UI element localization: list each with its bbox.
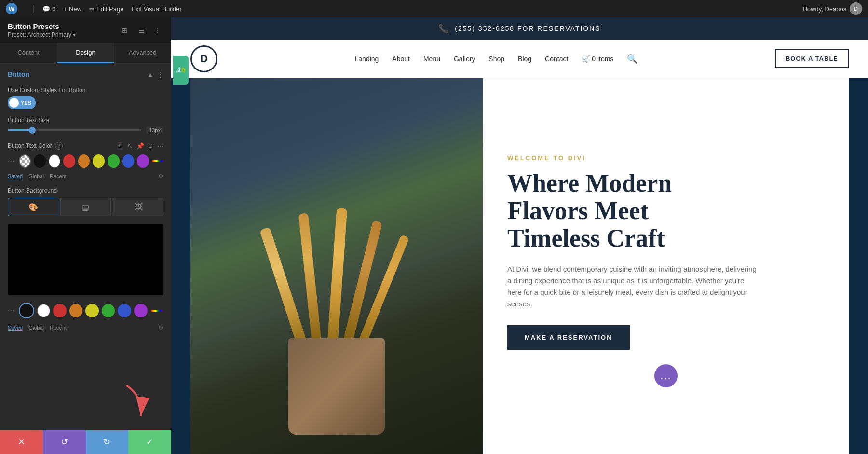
color-swatches-row-2: ···: [0, 299, 171, 322]
nav-blog[interactable]: Blog: [518, 55, 531, 63]
save-button[interactable]: ✓: [128, 430, 171, 454]
comments-icon[interactable]: 💬 0: [42, 5, 55, 13]
exit-builder-button[interactable]: Exit Visual Builder: [131, 5, 182, 13]
swatch-black[interactable]: [34, 154, 46, 168]
color-toolbar: 📱 ↖ 📌 ↺ ⋯: [116, 142, 163, 150]
three-dots-button[interactable]: ...: [654, 364, 678, 387]
three-dots-container: ...: [507, 364, 825, 387]
section-header-icons: ▲ ⋮: [147, 71, 163, 78]
panel-tabs: Content Design Advanced: [0, 43, 171, 64]
plus-icon: +: [63, 5, 67, 13]
mobile-icon[interactable]: 📱: [116, 142, 123, 150]
bg-color-btn[interactable]: 🎨: [8, 198, 58, 216]
hero-content-side: WELCOME TO DIVI Where Modern Flavors Mee…: [483, 78, 849, 454]
pen-gradient-icon: [152, 160, 163, 162]
text-size-label: Button Text Size: [8, 117, 163, 124]
custom-styles-toggle[interactable]: YES: [8, 96, 36, 109]
swatch-blue[interactable]: [122, 154, 135, 168]
resize-icon[interactable]: ⊞: [119, 25, 131, 36]
redo-button[interactable]: ↻: [86, 430, 129, 454]
color-tab-recent-2[interactable]: Recent: [50, 325, 67, 330]
swatch-white[interactable]: [49, 154, 60, 168]
collapse-icon[interactable]: ▲: [147, 71, 153, 78]
bottom-bar: ✕ ↺ ↻ ✓: [0, 430, 171, 454]
color-tab-global[interactable]: Global: [28, 173, 44, 179]
more-options-icon[interactable]: ⋮: [152, 25, 163, 36]
hero-heading: Where Modern Flavors Meet Timeless Craft: [507, 169, 825, 252]
left-panel: Button Presets Preset: Architect Primary…: [0, 17, 171, 454]
bag-wrapper: [284, 271, 390, 435]
color-tab-global-2[interactable]: Global: [28, 325, 44, 330]
custom-styles-field: Use Custom Styles For Button YES: [0, 83, 171, 113]
panel-title: Button Presets: [8, 22, 76, 30]
search-icon[interactable]: 🔍: [627, 54, 637, 64]
swatch-red[interactable]: [63, 154, 75, 168]
cart-icon: 🛒: [582, 55, 590, 63]
swatch-purple[interactable]: [137, 154, 149, 168]
book-table-button[interactable]: BOOK A TABLE: [775, 49, 849, 68]
cart-count: 0 items: [592, 55, 613, 63]
hero-food-image: [190, 78, 483, 454]
nav-menu[interactable]: Menu: [423, 55, 440, 63]
nav-contact[interactable]: Contact: [545, 55, 568, 63]
nav-gallery[interactable]: Gallery: [454, 55, 475, 63]
swatch-transparent[interactable]: [19, 154, 31, 168]
active-color-swatch[interactable]: [19, 303, 34, 318]
website-wrapper: 📞 (255) 352-6258 FOR RESERVATIONS D Land…: [171, 17, 868, 454]
cursor-icon[interactable]: ↖: [127, 142, 133, 150]
bg-section: Button Background 🎨 ▤ 🖼: [0, 183, 171, 220]
color-tab-recent[interactable]: Recent: [50, 173, 67, 179]
bg-image-btn[interactable]: 🖼: [113, 198, 163, 216]
color-settings-gear-2[interactable]: ⚙: [158, 324, 163, 331]
more-color-icon[interactable]: ⋯: [157, 142, 163, 150]
cancel-button[interactable]: ✕: [0, 430, 43, 454]
swatch-yellow-2[interactable]: [85, 304, 99, 317]
slider-track[interactable]: [8, 129, 141, 131]
tab-content[interactable]: Content: [0, 43, 57, 63]
wordpress-logo: W: [6, 3, 17, 14]
color-tab-saved-2[interactable]: Saved: [8, 325, 23, 331]
tab-advanced[interactable]: Advanced: [114, 43, 171, 63]
divi-float-button[interactable]: 🍃: [173, 56, 189, 85]
nav-about[interactable]: About: [392, 55, 410, 63]
color-settings-gear[interactable]: ⚙: [158, 173, 163, 179]
bg-type-row: 🎨 ▤ 🖼: [8, 198, 163, 216]
toggle-knob: [9, 98, 19, 108]
swatch-red-2[interactable]: [53, 304, 67, 317]
swatch-pen[interactable]: [152, 154, 163, 168]
slider-value[interactable]: 13px: [146, 126, 163, 134]
tab-design[interactable]: Design: [57, 43, 114, 63]
swatch-blue-2[interactable]: [118, 304, 131, 317]
swatch-white-2[interactable]: [37, 304, 51, 317]
swatch-yellow[interactable]: [93, 154, 105, 168]
nav-shop[interactable]: Shop: [488, 55, 504, 63]
more-dots-1[interactable]: ···: [8, 157, 14, 165]
more-dots-2[interactable]: ···: [8, 306, 14, 315]
help-icon[interactable]: ?: [55, 142, 63, 150]
nav-landing[interactable]: Landing: [355, 55, 379, 63]
swatch-orange[interactable]: [78, 154, 90, 168]
pin-icon[interactable]: 📌: [136, 142, 144, 150]
hero-section: WELCOME TO DIVI Where Modern Flavors Mee…: [171, 78, 868, 454]
reset-icon[interactable]: ↺: [148, 142, 153, 150]
swatch-green[interactable]: [108, 154, 120, 168]
swatch-orange-2[interactable]: [69, 304, 83, 317]
divi-float-icon: 🍃: [176, 65, 186, 76]
new-button[interactable]: + New: [63, 5, 81, 13]
swatch-pen-2[interactable]: [150, 304, 163, 317]
layout-icon[interactable]: ☰: [136, 25, 147, 36]
nav-cart[interactable]: 🛒 0 items: [582, 55, 613, 63]
slider-fill: [8, 129, 32, 131]
bg-gradient-btn[interactable]: ▤: [60, 198, 111, 216]
edit-page-button[interactable]: ✏ Edit Page: [89, 5, 123, 13]
site-logo: D: [190, 45, 217, 72]
color-tab-saved[interactable]: Saved: [8, 173, 23, 179]
color-preview-box[interactable]: [8, 224, 163, 295]
slider-thumb[interactable]: [29, 127, 36, 134]
swatch-purple-2[interactable]: [134, 304, 148, 317]
phone-text: (255) 352-6258 FOR RESERVATIONS: [455, 25, 600, 32]
undo-button[interactable]: ↺: [43, 430, 86, 454]
swatch-green-2[interactable]: [102, 304, 115, 317]
reservation-button[interactable]: MAKE A RESERVATION: [507, 325, 630, 350]
section-more-icon[interactable]: ⋮: [157, 71, 163, 78]
